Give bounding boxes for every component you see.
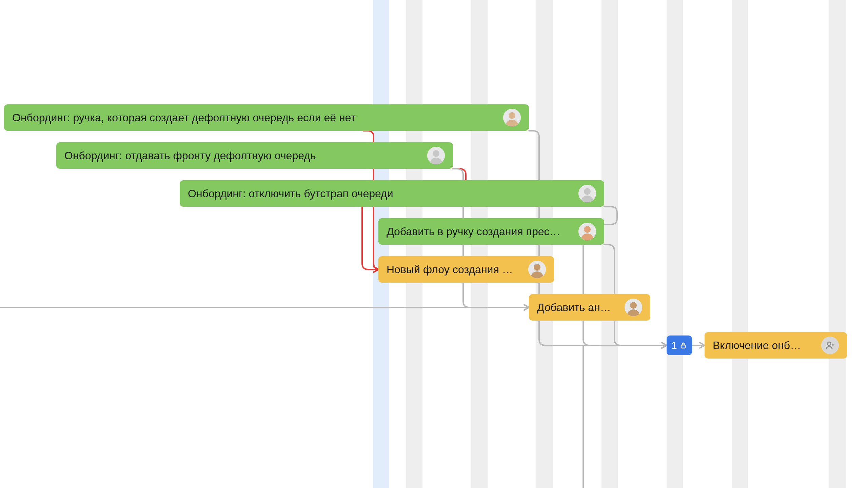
blocker-badge[interactable]: 1 — [667, 336, 692, 355]
task-label: Онбординг: ручка, которая создает дефолт… — [12, 111, 503, 124]
timeline-column — [829, 0, 846, 488]
task-bar[interactable]: Включение онб… — [705, 332, 847, 359]
assignee-avatar[interactable] — [528, 261, 546, 278]
lock-icon — [679, 341, 687, 349]
task-bar[interactable]: Онбординг: отключить бутстрап очереди — [180, 180, 604, 207]
task-label: Новый флоу создания … — [387, 263, 528, 276]
blocker-count: 1 — [671, 340, 677, 351]
svg-point-2 — [509, 112, 515, 119]
svg-point-22 — [630, 302, 637, 309]
assignee-avatar[interactable] — [578, 185, 596, 202]
assignee-avatar[interactable] — [503, 109, 521, 126]
assignee-avatar[interactable] — [578, 223, 596, 240]
task-label: Добавить ан… — [537, 301, 625, 314]
gantt-canvas[interactable]: Онбординг: ручка, которая создает дефолт… — [0, 0, 868, 488]
task-label: Добавить в ручку создания прес… — [387, 225, 578, 238]
task-label: Онбординг: отключить бутстрап очереди — [188, 187, 578, 200]
timeline-column — [667, 0, 683, 488]
timeline-column — [601, 0, 618, 488]
task-label: Онбординг: отдавать фронту дефолтную оче… — [64, 149, 427, 162]
task-bar[interactable]: Новый флоу создания … — [378, 256, 554, 283]
svg-point-10 — [584, 188, 591, 195]
assign-user-icon[interactable] — [821, 337, 839, 354]
task-bar[interactable]: Добавить в ручку создания прес… — [378, 218, 604, 245]
assignee-avatar[interactable] — [625, 299, 642, 316]
svg-point-14 — [584, 226, 591, 233]
svg-point-24 — [828, 342, 831, 345]
timeline-column — [732, 0, 748, 488]
assignee-avatar[interactable] — [427, 147, 445, 164]
task-bar[interactable]: Онбординг: отдавать фронту дефолтную оче… — [56, 142, 453, 169]
task-bar[interactable]: Добавить ан… — [529, 294, 650, 321]
svg-point-18 — [534, 264, 540, 271]
task-label: Включение онб… — [713, 339, 821, 352]
task-bar[interactable]: Онбординг: ручка, которая создает дефолт… — [4, 104, 529, 131]
svg-rect-27 — [681, 345, 685, 348]
svg-point-6 — [433, 150, 439, 157]
